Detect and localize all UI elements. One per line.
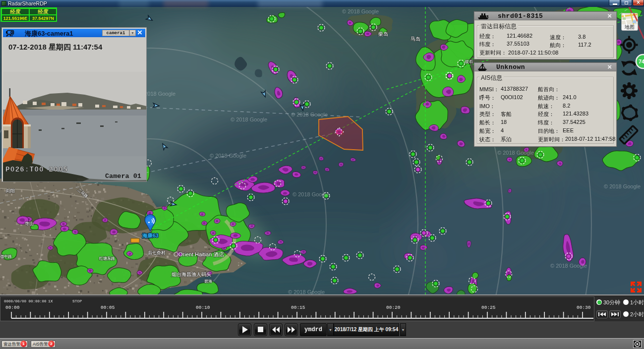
svg-text:00:25: 00:25 <box>481 305 496 310</box>
svg-text:碧海: 碧海 <box>204 279 212 284</box>
svg-text:00:05: 00:05 <box>101 305 115 310</box>
svg-text:后七夼村: 后七夼村 <box>148 250 166 255</box>
svg-text:纹石: 纹石 <box>465 59 473 64</box>
svg-text:红塘东路: 红塘东路 <box>99 256 115 261</box>
svg-text:P026:T00 2005: P026:T00 2005 <box>5 166 68 174</box>
svg-text:© 2018 Google: © 2018 Google <box>604 183 641 189</box>
svg-text:© 2018 Google: © 2018 Google <box>550 263 587 269</box>
svg-text:马岛: 马岛 <box>410 36 420 42</box>
svg-text:Camera 01: Camera 01 <box>105 173 141 180</box>
svg-text:强中路: 强中路 <box>0 254 12 259</box>
svg-text:© 2018 Google: © 2018 Google <box>497 150 534 156</box>
svg-text:Orient Haitian 酒店: Orient Haitian 酒店 <box>178 251 224 257</box>
svg-text:00:20: 00:20 <box>386 305 401 310</box>
svg-text:© 2018 Google: © 2018 Google <box>231 116 267 122</box>
svg-text:74: 74 <box>639 58 644 64</box>
svg-text:07-12-2018 星期四 11:47:54: 07-12-2018 星期四 11:47:54 <box>8 43 103 51</box>
svg-text:寺山: 寺山 <box>25 221 34 226</box>
svg-text:00:00: 00:00 <box>5 305 20 310</box>
svg-text:1X: 1X <box>48 299 53 303</box>
svg-text:0000/00/00 00:00:00: 0000/00/00 00:00:00 <box>4 299 47 303</box>
svg-text:© 2018 Google: © 2018 Google <box>293 191 329 197</box>
svg-text:柴岛: 柴岛 <box>378 31 388 37</box>
svg-text:00:10: 00:10 <box>196 305 210 310</box>
svg-text:© 2018 Google: © 2018 Google <box>342 8 379 14</box>
svg-text:地图: 地图 <box>624 24 635 30</box>
svg-text:00:15: 00:15 <box>291 305 305 310</box>
svg-text:向阳: 向阳 <box>6 188 15 193</box>
svg-text:STOP: STOP <box>72 299 82 303</box>
svg-text:© 2018 Google: © 2018 Google <box>291 112 328 117</box>
svg-text:00:30: 00:30 <box>577 305 591 310</box>
svg-text:霊区: 霊区 <box>335 130 344 135</box>
svg-text:海康63: 海康63 <box>142 233 159 238</box>
svg-text:烟台海昌渔人码头: 烟台海昌渔人码头 <box>172 272 211 277</box>
svg-text:© 2018 Google: © 2018 Google <box>210 153 246 159</box>
